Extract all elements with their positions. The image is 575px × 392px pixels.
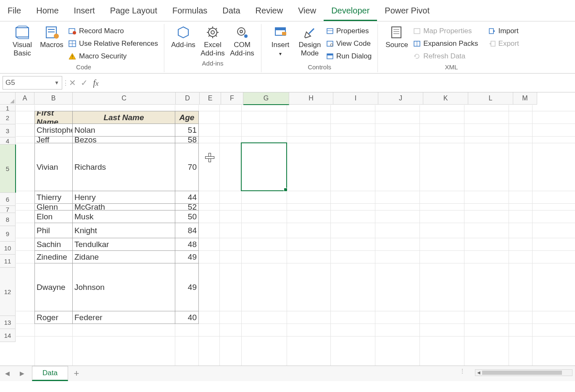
- table-cell[interactable]: Richards: [72, 143, 175, 191]
- row-header-6[interactable]: 6: [0, 193, 16, 206]
- table-cell[interactable]: Dwayne: [34, 263, 73, 311]
- tab-insert[interactable]: Insert: [66, 3, 103, 21]
- column-header-B[interactable]: B: [34, 92, 73, 105]
- row-header-14[interactable]: 14: [0, 329, 16, 342]
- name-box[interactable]: G5 ▼: [3, 76, 62, 89]
- table-cell[interactable]: Knight: [72, 223, 175, 238]
- column-header-C[interactable]: C: [73, 92, 176, 105]
- tab-data[interactable]: Data: [215, 3, 248, 21]
- table-cell[interactable]: Tendulkar: [72, 238, 175, 251]
- column-header-L[interactable]: L: [468, 92, 513, 105]
- tab-view[interactable]: View: [290, 3, 324, 21]
- table-cell[interactable]: Federer: [72, 311, 175, 324]
- table-cell[interactable]: Jeff: [34, 136, 73, 143]
- row-header-10[interactable]: 10: [0, 242, 16, 255]
- insert-control-button[interactable]: Insert▾: [266, 24, 295, 58]
- scroll-thumb[interactable]: [482, 371, 562, 375]
- table-cell[interactable]: Zidane: [72, 250, 175, 263]
- table-cell[interactable]: Sachin: [34, 238, 73, 251]
- table-cell[interactable]: 49: [175, 263, 199, 311]
- row-header-7[interactable]: 7: [0, 206, 16, 213]
- sheet-add-button[interactable]: +: [68, 368, 85, 379]
- table-cell[interactable]: Musk: [72, 210, 175, 223]
- column-header-G[interactable]: G: [243, 92, 289, 105]
- table-cell[interactable]: 51: [175, 124, 199, 137]
- table-header-age[interactable]: Age: [175, 111, 199, 124]
- table-cell[interactable]: Bezos: [72, 136, 175, 143]
- column-header-F[interactable]: F: [221, 92, 243, 105]
- table-cell[interactable]: 52: [175, 203, 199, 210]
- column-header-A[interactable]: A: [16, 92, 34, 105]
- table-cell[interactable]: 49: [175, 250, 199, 263]
- column-header-K[interactable]: K: [423, 92, 468, 105]
- cancel-icon[interactable]: ✕: [66, 78, 78, 88]
- enter-icon[interactable]: ✓: [78, 78, 90, 88]
- xml-export-button[interactable]: Export: [487, 38, 521, 49]
- tab-power-pivot[interactable]: Power Pivot: [377, 3, 437, 21]
- chevron-down-icon[interactable]: ▼: [54, 80, 59, 86]
- macro-security-button[interactable]: ! Macro Security: [66, 51, 160, 62]
- properties-button[interactable]: Properties: [324, 26, 373, 37]
- table-cell[interactable]: Johnson: [72, 263, 175, 311]
- table-cell[interactable]: Christopher: [34, 124, 73, 137]
- row-header-9[interactable]: 9: [0, 226, 16, 242]
- column-header-H[interactable]: H: [289, 92, 333, 105]
- scroll-left-icon[interactable]: ◄: [476, 370, 481, 376]
- fx-icon[interactable]: fx: [90, 78, 102, 88]
- tab-review[interactable]: Review: [248, 3, 291, 21]
- row-header-1[interactable]: 1: [0, 105, 16, 111]
- row-header-5[interactable]: 5: [0, 145, 16, 193]
- horizontal-scrollbar[interactable]: ◄: [475, 369, 572, 376]
- tab-home[interactable]: Home: [29, 3, 66, 21]
- tab-formulas[interactable]: Formulas: [165, 3, 215, 21]
- row-header-3[interactable]: 3: [0, 124, 16, 137]
- table-cell[interactable]: McGrath: [72, 203, 175, 210]
- tab-developer[interactable]: Developer: [324, 3, 377, 21]
- macros-button[interactable]: Macros: [37, 24, 66, 50]
- table-cell[interactable]: Thierry: [34, 191, 73, 204]
- tab-scroll-dots[interactable]: ⋮: [459, 368, 466, 374]
- column-header-I[interactable]: I: [333, 92, 378, 105]
- xml-source-button[interactable]: Source: [382, 24, 411, 50]
- table-cell[interactable]: 58: [175, 136, 199, 143]
- table-header-lastname[interactable]: Last Name: [72, 111, 175, 124]
- column-header-M[interactable]: M: [513, 92, 537, 105]
- sheet-nav[interactable]: ◄ ►: [0, 369, 29, 378]
- sheet-tab-data[interactable]: Data: [32, 366, 68, 381]
- row-header-13[interactable]: 13: [0, 316, 16, 329]
- select-all-corner[interactable]: [0, 92, 16, 105]
- view-code-button[interactable]: View Code: [324, 38, 373, 49]
- table-cell[interactable]: 50: [175, 210, 199, 223]
- sheet-nav-prev-icon[interactable]: ◄: [4, 369, 11, 378]
- column-header-D[interactable]: D: [176, 92, 200, 105]
- row-header-11[interactable]: 11: [0, 255, 16, 268]
- table-cell[interactable]: Nolan: [72, 124, 175, 137]
- tab-page-layout[interactable]: Page Layout: [103, 3, 165, 21]
- table-cell[interactable]: 48: [175, 238, 199, 251]
- table-cell[interactable]: Roger: [34, 311, 73, 324]
- run-dialog-button[interactable]: Run Dialog: [324, 51, 373, 62]
- expansion-packs-button[interactable]: Expansion Packs: [411, 38, 480, 49]
- com-addins-button[interactable]: COM Add-ins: [227, 24, 257, 58]
- table-cell[interactable]: Henry: [72, 191, 175, 204]
- table-cell[interactable]: Glenn: [34, 203, 73, 210]
- table-header-firstname[interactable]: First Name: [34, 111, 73, 124]
- table-cell[interactable]: Vivian: [34, 143, 73, 191]
- table-cell[interactable]: 40: [175, 311, 199, 324]
- tab-file[interactable]: File: [0, 3, 29, 21]
- row-header-12[interactable]: 12: [0, 268, 16, 316]
- table-cell[interactable]: 84: [175, 223, 199, 238]
- sheet-nav-next-icon[interactable]: ►: [18, 369, 26, 378]
- row-header-2[interactable]: 2: [0, 111, 16, 124]
- table-cell[interactable]: 44: [175, 191, 199, 204]
- column-header-J[interactable]: J: [378, 92, 423, 105]
- excel-addins-button[interactable]: Excel Add-ins: [198, 24, 227, 58]
- table-cell[interactable]: Phil: [34, 223, 73, 238]
- table-cell[interactable]: Elon: [34, 210, 73, 223]
- table-cell[interactable]: 70: [175, 143, 199, 191]
- use-relative-references-button[interactable]: Use Relative References: [66, 38, 160, 49]
- addins-button[interactable]: Add-ins: [169, 24, 198, 50]
- visual-basic-button[interactable]: Visual Basic: [8, 24, 37, 58]
- design-mode-button[interactable]: Design Mode: [295, 24, 324, 58]
- grid[interactable]: First NameLast NameAgeChristopherNolan51…: [16, 105, 575, 366]
